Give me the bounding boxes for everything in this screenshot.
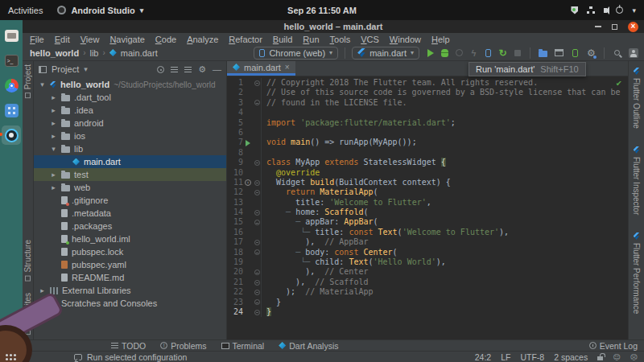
- fold-region[interactable]: [253, 180, 261, 186]
- tool-window-button-terminal[interactable]: Terminal: [221, 341, 265, 351]
- hot-restart-button[interactable]: ↻: [497, 47, 509, 59]
- tool-window-button-todo[interactable]: TODO: [111, 341, 146, 351]
- fold-icon[interactable]: [254, 160, 260, 166]
- code-line[interactable]: 21 ), // Scaffold: [227, 278, 628, 287]
- fold-icon[interactable]: [254, 80, 260, 86]
- menu-run[interactable]: Run: [303, 35, 319, 44]
- tree-item-README.md[interactable]: README.md: [34, 271, 226, 284]
- menu-refactor[interactable]: Refactor: [229, 35, 262, 44]
- layout-inspector-button[interactable]: [553, 47, 565, 59]
- breadcrumb-lib[interactable]: lib: [89, 48, 98, 58]
- tab-main-dart[interactable]: main.dart ×: [227, 61, 295, 76]
- fold-region[interactable]: [253, 280, 261, 286]
- code-line[interactable]: 5import 'package:flutter/material.dart';: [227, 118, 628, 128]
- chevron-down-icon[interactable]: ▾: [84, 65, 88, 73]
- code-line[interactable]: 16 └─ title: const Text('Welcome to Flut…: [227, 228, 628, 237]
- fold-region[interactable]: [253, 160, 261, 166]
- fold-icon[interactable]: [254, 290, 260, 295]
- avatar-button[interactable]: [627, 47, 639, 59]
- frown-icon[interactable]: ☹: [630, 353, 638, 361]
- hide-panel-icon[interactable]: —: [213, 64, 221, 74]
- tool-button-structure[interactable]: Structure: [23, 240, 32, 282]
- system-tray[interactable]: ▾: [571, 6, 644, 14]
- code-line[interactable]: 7void main() => runApp(MyApp());: [227, 138, 628, 147]
- fold-icon[interactable]: [254, 280, 260, 286]
- tree-item-hello_world.iml[interactable]: hello_world.iml: [34, 232, 226, 245]
- dock-item-software[interactable]: [2, 101, 21, 120]
- gutter-marker[interactable]: ↑: [243, 179, 253, 186]
- fold-icon[interactable]: [254, 299, 260, 305]
- stop-button[interactable]: [511, 47, 523, 59]
- tree-item-.metadata[interactable]: .metadata: [34, 207, 226, 220]
- fold-icon[interactable]: [254, 269, 260, 275]
- fold-region[interactable]: [253, 290, 261, 295]
- breadcrumb-main.dart[interactable]: main.dart: [121, 48, 158, 58]
- tool-button-flutter-inspector[interactable]: Flutter Inspector: [632, 146, 641, 215]
- dock-item-files[interactable]: [2, 26, 21, 45]
- fold-icon[interactable]: [254, 249, 260, 255]
- code-line[interactable]: 1// Copyright 2018 The Flutter team. All…: [227, 78, 628, 88]
- project-panel-title[interactable]: Project: [52, 64, 79, 74]
- device-manager-button[interactable]: [569, 47, 581, 59]
- minimize-button[interactable]: [595, 26, 601, 27]
- smile-icon[interactable]: ☺: [613, 353, 620, 361]
- search-everywhere-button[interactable]: [611, 47, 623, 59]
- show-applications-button[interactable]: [6, 354, 8, 356]
- run-line-icon[interactable]: [246, 140, 250, 146]
- run-config-dropdown[interactable]: main.dart ▾: [352, 47, 419, 60]
- collapse-all-icon[interactable]: [171, 67, 178, 72]
- gear-icon[interactable]: ⚙: [198, 64, 206, 75]
- tree-item-main.dart[interactable]: main.dart: [34, 155, 226, 168]
- tree-item-Scratches and Consoles[interactable]: Scratches and Consoles: [34, 297, 226, 310]
- device-selector-dropdown[interactable]: Chrome (web) ▾: [254, 47, 338, 60]
- app-menu-button[interactable]: Android Studio ▾: [57, 6, 143, 15]
- sdk-manager-button[interactable]: ⚙: [585, 47, 597, 59]
- activities-button[interactable]: Activities: [8, 6, 43, 15]
- dock-item-terminal[interactable]: >_: [2, 51, 21, 70]
- gutter-marker[interactable]: [243, 140, 253, 146]
- code-line[interactable]: 8: [227, 148, 628, 158]
- breadcrumb[interactable]: hello_world›lib›main.dart: [30, 48, 158, 58]
- fold-icon[interactable]: [254, 310, 260, 315]
- menu-window[interactable]: Window: [390, 35, 421, 44]
- debug-button[interactable]: [439, 47, 451, 59]
- expand-all-icon[interactable]: [184, 67, 192, 72]
- fold-icon[interactable]: [254, 100, 260, 105]
- fold-region[interactable]: [253, 220, 261, 225]
- unlock-icon[interactable]: [597, 356, 603, 360]
- menu-help[interactable]: Help: [431, 35, 450, 44]
- tree-item-.gitignore[interactable]: .gitignore: [34, 194, 226, 207]
- tree-item-.dart_tool[interactable]: ▸.dart_tool: [34, 91, 226, 104]
- fold-icon[interactable]: [254, 240, 260, 245]
- code-line[interactable]: 10 @override: [227, 168, 628, 178]
- code-line[interactable]: 15 ─ appBar: AppBar(: [227, 217, 628, 227]
- tree-item-ios[interactable]: ▸ios: [34, 130, 226, 142]
- close-tab-icon[interactable]: ×: [285, 63, 290, 72]
- fold-icon[interactable]: [254, 220, 260, 225]
- maximize-button[interactable]: [612, 24, 617, 30]
- menu-tools[interactable]: Tools: [330, 35, 351, 44]
- breadcrumb-hello_world[interactable]: hello_world: [30, 48, 79, 58]
- menu-navigate[interactable]: Navigate: [109, 35, 144, 44]
- fold-icon[interactable]: [254, 180, 260, 186]
- code-line[interactable]: 13 title: 'Welcome to Flutter',: [227, 198, 628, 208]
- inspection-ok-icon[interactable]: ✔: [616, 79, 621, 88]
- fold-region[interactable]: [253, 240, 261, 245]
- tree-item-lib[interactable]: ▾lib: [34, 142, 226, 155]
- tree-item-.packages[interactable]: .packages: [34, 220, 226, 232]
- override-icon[interactable]: ↑: [245, 179, 251, 186]
- menu-build[interactable]: Build: [273, 35, 292, 44]
- code-line[interactable]: 19 └─ child: Text('Hello World'),: [227, 257, 628, 267]
- line-separator[interactable]: LF: [501, 352, 510, 362]
- tool-window-button-dart-analysis[interactable]: Dart Analysis: [279, 341, 338, 351]
- tool-button-flutter-outline[interactable]: Flutter Outline: [632, 68, 641, 129]
- code-line[interactable]: 9class MyApp extends StatelessWidget {: [227, 158, 628, 167]
- code-line[interactable]: 3// found in the LICENSE file.: [227, 98, 628, 108]
- tree-item-hello_world[interactable]: ▾hello_world~/StudioProjects/hello_world: [34, 78, 226, 91]
- code-line[interactable]: 6: [227, 128, 628, 138]
- device-file-explorer-button[interactable]: [537, 47, 549, 59]
- code-line[interactable]: 23 }: [227, 298, 628, 307]
- code-line[interactable]: 22 ); // MaterialApp: [227, 287, 628, 297]
- menu-code[interactable]: Code: [155, 35, 176, 44]
- indent-setting[interactable]: 2 spaces: [554, 352, 588, 362]
